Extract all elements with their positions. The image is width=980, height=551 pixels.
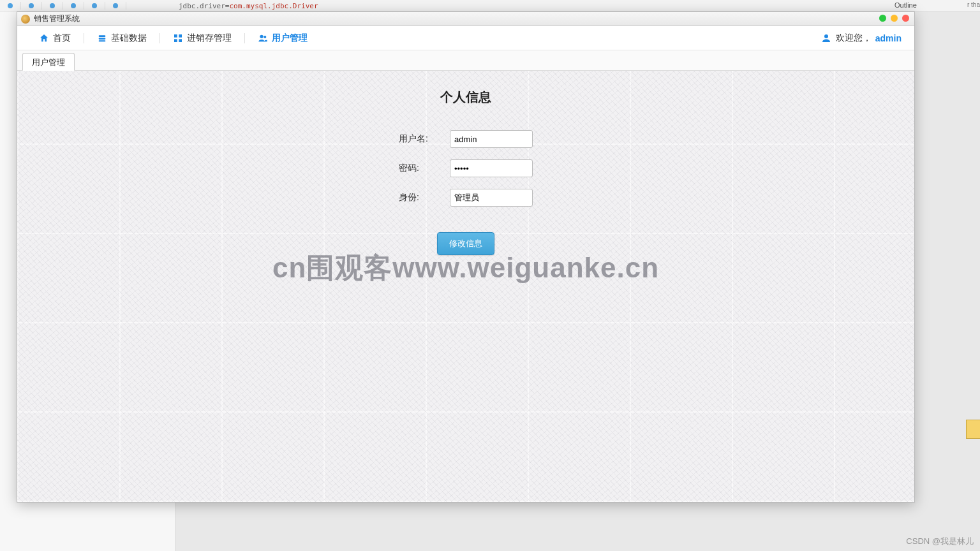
profile-form: 个人信息 用户名: 密码: 身份: 修改信息 bbox=[17, 71, 914, 255]
menubar: 首页 基础数据 进销存管理 用户管理 bbox=[17, 26, 914, 50]
window-title: 销售管理系统 bbox=[34, 13, 80, 24]
svg-point-7 bbox=[260, 34, 263, 38]
menu-stock[interactable]: 进销存管理 bbox=[164, 33, 241, 44]
svg-rect-4 bbox=[179, 34, 182, 38]
svg-point-9 bbox=[824, 34, 828, 38]
tab-user-management[interactable]: 用户管理 bbox=[22, 53, 75, 71]
svg-rect-2 bbox=[99, 40, 106, 41]
database-icon bbox=[97, 33, 107, 43]
content-area: 个人信息 用户名: 密码: 身份: 修改信息 cn围观客www.weiguank… bbox=[17, 71, 914, 502]
menu-separator bbox=[84, 33, 84, 43]
tabstrip: 用户管理 bbox=[17, 50, 914, 71]
home-icon bbox=[39, 33, 49, 43]
maximize-dot-icon[interactable] bbox=[879, 15, 886, 22]
menu-separator bbox=[244, 33, 245, 43]
svg-rect-1 bbox=[99, 38, 106, 40]
menu-label: 进销存管理 bbox=[187, 33, 232, 44]
menu-users[interactable]: 用户管理 bbox=[249, 33, 316, 44]
submit-button[interactable]: 修改信息 bbox=[437, 232, 494, 255]
label-username: 用户名: bbox=[399, 133, 443, 145]
svg-rect-0 bbox=[99, 35, 106, 37]
minimize-dot-icon[interactable] bbox=[891, 15, 898, 22]
welcome-text: 欢迎您， bbox=[836, 33, 872, 44]
input-username[interactable] bbox=[450, 130, 533, 148]
user-icon bbox=[820, 33, 832, 44]
ide-code-line: jdbc.driver=com.mysql.jdbc.Driver bbox=[179, 2, 318, 10]
svg-rect-5 bbox=[174, 39, 177, 42]
ide-right-hint: r tha bbox=[967, 1, 980, 8]
grid-icon bbox=[173, 33, 183, 43]
input-password[interactable] bbox=[450, 159, 533, 177]
titlebar: 销售管理系统 bbox=[17, 12, 914, 26]
csdn-watermark: CSDN @我是林儿 bbox=[906, 536, 974, 547]
users-icon bbox=[258, 33, 268, 43]
app-icon bbox=[21, 15, 30, 24]
label-role: 身份: bbox=[399, 192, 443, 203]
user-area[interactable]: 欢迎您， admin bbox=[820, 33, 902, 44]
username-link[interactable]: admin bbox=[875, 33, 902, 43]
ide-tabstrip bbox=[0, 0, 980, 11]
label-password: 密码: bbox=[399, 163, 443, 174]
side-badge-icon[interactable] bbox=[966, 420, 980, 439]
menu-label: 用户管理 bbox=[272, 33, 308, 44]
menu-home[interactable]: 首页 bbox=[30, 33, 80, 44]
menu-basedata[interactable]: 基础数据 bbox=[88, 33, 156, 44]
input-role[interactable] bbox=[450, 189, 533, 207]
window-controls[interactable] bbox=[879, 15, 909, 22]
menu-label: 首页 bbox=[53, 33, 71, 44]
svg-rect-6 bbox=[179, 39, 182, 42]
row-password: 密码: bbox=[17, 159, 914, 177]
app-window: 销售管理系统 首页 基础数据 bbox=[17, 11, 915, 503]
menu-label: 基础数据 bbox=[111, 33, 147, 44]
row-role: 身份: bbox=[17, 189, 914, 207]
svg-point-8 bbox=[264, 36, 266, 38]
close-dot-icon[interactable] bbox=[902, 15, 909, 22]
form-title: 个人信息 bbox=[17, 89, 914, 106]
row-username: 用户名: bbox=[17, 130, 914, 148]
menu-separator bbox=[160, 33, 160, 43]
svg-rect-3 bbox=[174, 34, 177, 38]
